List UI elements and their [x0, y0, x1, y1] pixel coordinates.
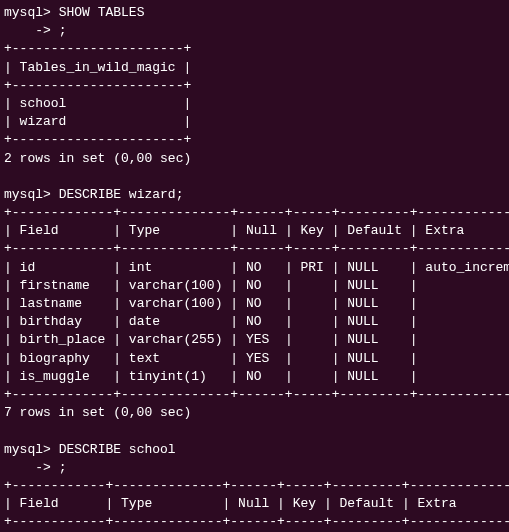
- table-describe-school: +------------+--------------+------+----…: [4, 478, 509, 532]
- command: SHOW TABLES: [59, 5, 145, 20]
- command: DESCRIBE wizard;: [59, 187, 184, 202]
- terminal-output: mysql> SHOW TABLES -> ; +---------------…: [4, 5, 509, 532]
- prompt: mysql>: [4, 187, 51, 202]
- result-summary: 2 rows in set (0,00 sec): [4, 151, 191, 166]
- continuation: ->: [4, 460, 51, 475]
- prompt: mysql>: [4, 5, 51, 20]
- semicolon: ;: [59, 460, 67, 475]
- table-show-tables: +----------------------+ | Tables_in_wil…: [4, 41, 191, 147]
- semicolon: ;: [59, 23, 67, 38]
- prompt: mysql>: [4, 442, 51, 457]
- table-describe-wizard: +-------------+--------------+------+---…: [4, 205, 509, 402]
- command: DESCRIBE school: [59, 442, 176, 457]
- continuation: ->: [4, 23, 51, 38]
- result-summary: 7 rows in set (0,00 sec): [4, 405, 191, 420]
